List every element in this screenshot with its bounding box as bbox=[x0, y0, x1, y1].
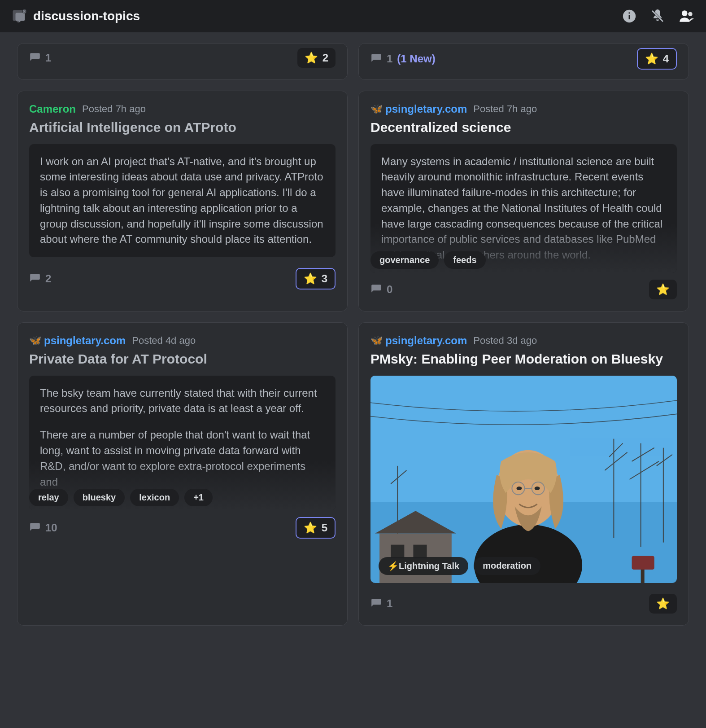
star-icon: ⭐ bbox=[645, 53, 658, 65]
tag-row: governance feeds bbox=[370, 251, 677, 269]
card-footer: 10 ⭐ 5 bbox=[29, 517, 336, 539]
butterfly-icon: 🦋 bbox=[29, 335, 41, 346]
post-image: ⚡Lightning Talk moderation bbox=[370, 376, 677, 583]
notifications-muted-icon[interactable] bbox=[649, 8, 666, 24]
svg-rect-34 bbox=[641, 569, 645, 583]
star-icon: ⭐ bbox=[305, 52, 318, 64]
post-title: Artificial Intelligence on ATProto bbox=[29, 119, 336, 136]
post-timestamp: Posted 3d ago bbox=[473, 335, 537, 346]
card-footer: 0 ⭐ bbox=[370, 280, 677, 299]
comment-count[interactable]: 10 bbox=[29, 522, 57, 534]
topbar-left: discussion-topics bbox=[11, 8, 140, 24]
card-footer: 1 ⭐ 2 bbox=[29, 44, 336, 68]
forum-card[interactable]: Cameron Posted 7h ago Artificial Intelli… bbox=[17, 91, 348, 311]
forum-grid: 1 ⭐ 2 1 (1 New) ⭐ 4 Cameron bbox=[0, 32, 706, 639]
channel-name: discussion-topics bbox=[33, 9, 140, 23]
butterfly-icon: 🦋 bbox=[370, 103, 383, 115]
info-icon[interactable] bbox=[622, 9, 637, 24]
svg-rect-3 bbox=[629, 15, 630, 19]
comment-count[interactable]: 1 bbox=[29, 52, 51, 64]
tag[interactable]: feeds bbox=[444, 251, 485, 269]
svg-rect-4 bbox=[629, 13, 630, 14]
star-icon: ⭐ bbox=[656, 597, 670, 610]
topbar-actions bbox=[622, 8, 695, 25]
forum-card-partial[interactable]: 1 ⭐ 2 bbox=[17, 43, 348, 80]
tag[interactable]: moderation bbox=[474, 557, 540, 575]
svg-point-8 bbox=[688, 12, 693, 17]
card-meta: 🦋 psingletary.com Posted 4d ago bbox=[29, 334, 336, 347]
post-title: Decentralized science bbox=[370, 119, 677, 136]
post-excerpt: I work on an AI project that's AT-native… bbox=[29, 144, 336, 258]
tag[interactable]: relay bbox=[29, 489, 68, 506]
tag[interactable]: lexicon bbox=[130, 489, 179, 506]
star-reaction-button[interactable]: ⭐ 2 bbox=[297, 48, 336, 68]
tag[interactable]: bluesky bbox=[74, 489, 125, 506]
comment-icon bbox=[370, 53, 382, 65]
card-footer: 1 ⭐ bbox=[370, 594, 677, 614]
post-timestamp: Posted 7h ago bbox=[82, 103, 146, 115]
butterfly-icon: 🦋 bbox=[370, 335, 383, 346]
card-footer: 2 ⭐ 3 bbox=[29, 268, 336, 289]
tag-row: ⚡Lightning Talk moderation bbox=[379, 557, 540, 575]
topbar: discussion-topics bbox=[0, 0, 706, 32]
members-icon[interactable] bbox=[678, 8, 695, 25]
card-meta: 🦋 psingletary.com Posted 3d ago bbox=[370, 334, 677, 347]
comment-count[interactable]: 1 (1 New) bbox=[370, 53, 436, 65]
star-icon: ⭐ bbox=[304, 522, 317, 534]
forum-card-partial[interactable]: 1 (1 New) ⭐ 4 bbox=[358, 43, 689, 80]
star-reaction-button[interactable]: ⭐ 4 bbox=[637, 48, 677, 70]
forum-card[interactable]: 🦋 psingletary.com Posted 3d ago PMsky: E… bbox=[358, 322, 689, 626]
author-name[interactable]: Cameron bbox=[29, 103, 76, 115]
post-timestamp: Posted 7h ago bbox=[473, 103, 537, 115]
tag-row: relay bluesky lexicon +1 bbox=[29, 489, 336, 506]
author-name[interactable]: 🦋 psingletary.com bbox=[370, 103, 467, 115]
svg-rect-24 bbox=[413, 544, 427, 558]
tag[interactable]: ⚡Lightning Talk bbox=[379, 557, 468, 575]
card-footer: 1 (1 New) ⭐ 4 bbox=[370, 44, 677, 70]
comment-icon bbox=[29, 522, 41, 534]
post-title: Private Data for AT Protocol bbox=[29, 351, 336, 368]
author-name[interactable]: 🦋 psingletary.com bbox=[29, 334, 126, 347]
comment-icon bbox=[370, 598, 382, 610]
svg-rect-23 bbox=[391, 544, 404, 558]
svg-point-29 bbox=[535, 487, 540, 490]
star-reaction-button[interactable]: ⭐ bbox=[649, 594, 677, 614]
star-icon: ⭐ bbox=[656, 283, 670, 296]
svg-rect-33 bbox=[632, 556, 654, 569]
star-reaction-button[interactable]: ⭐ 5 bbox=[296, 517, 336, 539]
svg-point-28 bbox=[516, 487, 522, 490]
comment-icon bbox=[29, 273, 41, 285]
comment-icon bbox=[370, 284, 382, 295]
card-meta: 🦋 psingletary.com Posted 7h ago bbox=[370, 103, 677, 115]
forum-card[interactable]: 🦋 psingletary.com Posted 4d ago Private … bbox=[17, 322, 348, 626]
star-reaction-button[interactable]: ⭐ 3 bbox=[296, 268, 336, 289]
star-reaction-button[interactable]: ⭐ bbox=[649, 280, 677, 299]
comment-icon bbox=[29, 52, 41, 64]
comment-count[interactable]: 1 bbox=[370, 597, 392, 610]
svg-rect-1 bbox=[23, 9, 26, 13]
author-name[interactable]: 🦋 psingletary.com bbox=[370, 334, 467, 347]
forum-card[interactable]: 🦋 psingletary.com Posted 7h ago Decentra… bbox=[358, 91, 689, 311]
star-icon: ⭐ bbox=[304, 272, 317, 285]
comment-count[interactable]: 2 bbox=[29, 272, 51, 285]
comment-count[interactable]: 0 bbox=[370, 283, 392, 296]
tag[interactable]: governance bbox=[370, 251, 439, 269]
new-messages-link[interactable]: (1 New) bbox=[397, 53, 435, 65]
tag-more[interactable]: +1 bbox=[184, 489, 213, 506]
post-timestamp: Posted 4d ago bbox=[132, 335, 196, 346]
forum-channel-icon bbox=[11, 8, 27, 24]
svg-point-7 bbox=[682, 10, 688, 16]
card-meta: Cameron Posted 7h ago bbox=[29, 103, 336, 115]
post-title: PMsky: Enabling Peer Moderation on Blues… bbox=[370, 351, 677, 368]
